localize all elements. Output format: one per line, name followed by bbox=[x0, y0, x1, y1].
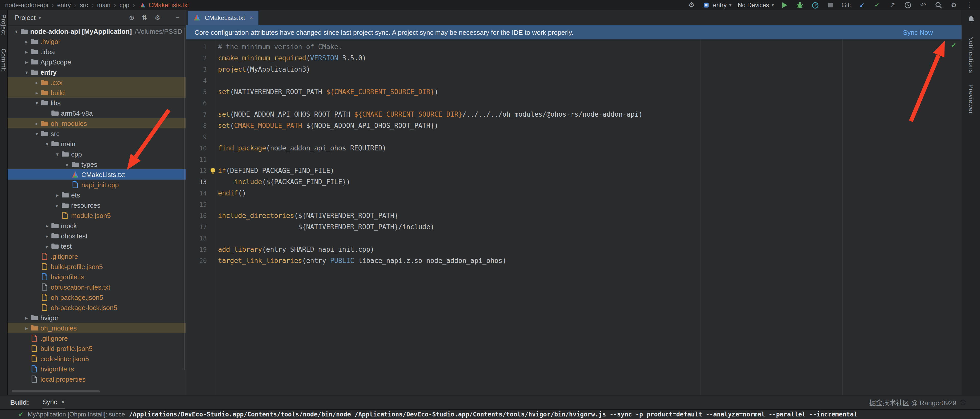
code-editor[interactable]: 1# the minimum version of CMake.2cmake_m… bbox=[186, 40, 962, 395]
breadcrumb-item-src[interactable]: src bbox=[80, 1, 88, 8]
tree-item-obfuscation-rules-txt[interactable]: obfuscation-rules.txt bbox=[8, 282, 186, 292]
code-line-5[interactable]: 5set(NATIVERENDER_ROOT_PATH ${CMAKE_CURR… bbox=[186, 86, 962, 98]
tree-item-build-profile-json5[interactable]: build-profile.json5 bbox=[8, 343, 186, 354]
chevron-down-icon[interactable]: ▾ bbox=[33, 131, 40, 136]
tree-item-oh-package-json5[interactable]: oh-package.json5 bbox=[8, 292, 186, 302]
tree-item-napi-init-cpp[interactable]: napi_init.cpp bbox=[8, 179, 186, 190]
code-line-11[interactable]: 11 bbox=[186, 154, 962, 165]
breadcrumb-item-main[interactable]: main bbox=[97, 1, 111, 8]
tree-item-oh-modules[interactable]: ▸oh_modules bbox=[8, 118, 186, 129]
code-line-17[interactable]: 17 ${NATIVERENDER_ROOT_PATH}/include) bbox=[186, 222, 962, 233]
tree-item-ohostest[interactable]: ▸ohosTest bbox=[8, 231, 186, 241]
editor-tab-cmakelists[interactable]: CMakeLists.txt × bbox=[188, 11, 258, 25]
tree-item-oh-modules[interactable]: ▸oh_modules bbox=[8, 323, 186, 333]
code-line-7[interactable]: 7set(NODE_ADDON_API_OHOS_ROOT_PATH ${CMA… bbox=[186, 109, 962, 120]
code-line-6[interactable]: 6 bbox=[186, 98, 962, 109]
tool-window-project[interactable]: Project bbox=[0, 14, 7, 35]
tree-item-hvigorfile-ts[interactable]: hvigorfile.ts bbox=[8, 364, 186, 374]
device-select[interactable]: No Devices▾ bbox=[738, 1, 774, 8]
intention-bulb-icon[interactable] bbox=[209, 167, 217, 175]
tree-item-gitignore[interactable]: .gitignore bbox=[8, 251, 186, 262]
inspections-ok-icon[interactable]: ✓ bbox=[951, 41, 956, 49]
debug-button[interactable] bbox=[795, 0, 805, 10]
chevron-right-icon[interactable]: ▸ bbox=[23, 59, 30, 65]
chevron-right-icon[interactable]: ▸ bbox=[33, 121, 40, 126]
sync-settings-icon[interactable]: ⚙ bbox=[687, 0, 696, 10]
tool-window-notifications-bell[interactable] bbox=[967, 15, 975, 25]
tree-item-hvigor[interactable]: ▸.hvigor bbox=[8, 37, 186, 46]
code-line-3[interactable]: 3project(MyApplication3) bbox=[186, 64, 962, 75]
chevron-right-icon[interactable]: ▸ bbox=[23, 49, 30, 54]
tree-horizontal-scrollbar[interactable] bbox=[12, 390, 100, 392]
tree-item-mock[interactable]: ▸mock bbox=[8, 221, 186, 231]
code-line-14[interactable]: 14endif() bbox=[186, 188, 962, 199]
tree-item-main[interactable]: ▾main bbox=[8, 139, 186, 149]
code-line-18[interactable]: 18 bbox=[186, 233, 962, 244]
code-line-15[interactable]: 15 bbox=[186, 199, 962, 210]
tool-window-commit[interactable]: Commit bbox=[0, 49, 7, 71]
chevron-right-icon[interactable]: ▸ bbox=[43, 223, 51, 229]
tree-item-node-addon-api-myapplication[interactable]: ▾node-addon-api [MyApplication]/Volumes/… bbox=[8, 26, 186, 37]
close-tab-icon[interactable]: × bbox=[250, 14, 253, 22]
chevron-right-icon[interactable]: ▸ bbox=[33, 90, 40, 95]
chevron-right-icon[interactable]: ▸ bbox=[23, 39, 30, 44]
tree-item-test[interactable]: ▸test bbox=[8, 241, 186, 251]
code-line-20[interactable]: 20target_link_libraries(entry PUBLIC lib… bbox=[186, 255, 962, 267]
git-update-button[interactable]: ↙ bbox=[857, 0, 866, 10]
project-view-dropdown[interactable]: Project ▾ bbox=[15, 14, 41, 22]
tree-item-appscope[interactable]: ▸AppScope bbox=[8, 57, 186, 67]
code-line-2[interactable]: 2cmake_minimum_required(VERSION 3.5.0) bbox=[186, 53, 962, 64]
chevron-right-icon[interactable]: ▸ bbox=[33, 79, 40, 85]
chevron-right-icon[interactable]: ▸ bbox=[54, 202, 61, 208]
stop-button[interactable] bbox=[826, 0, 835, 10]
breadcrumb-item-node-addon-api[interactable]: node-addon-api bbox=[5, 1, 48, 8]
panel-options-button[interactable]: ⚙ bbox=[154, 14, 161, 22]
status-task-text[interactable]: MyApplication [Ohpm Install]: succe bbox=[28, 411, 125, 418]
git-push-button[interactable]: ↗ bbox=[888, 0, 897, 10]
breadcrumb-item-entry[interactable]: entry bbox=[57, 1, 71, 8]
code-line-19[interactable]: 19add_library(entry SHARED napi_init.cpp… bbox=[186, 244, 962, 255]
tree-item-hvigorfile-ts[interactable]: hvigorfile.ts bbox=[8, 271, 186, 282]
code-line-9[interactable]: 9 bbox=[186, 132, 962, 143]
breadcrumb[interactable]: node-addon-api›entry›src›main›cpp›CMakeL… bbox=[0, 1, 687, 9]
breadcrumb-item-cpp[interactable]: cpp bbox=[119, 1, 129, 8]
tree-item-idea[interactable]: ▸.idea bbox=[8, 46, 186, 57]
run-button[interactable] bbox=[780, 0, 789, 10]
tree-vertical-scrollbar[interactable] bbox=[184, 28, 185, 370]
tool-window-previewer[interactable]: Previewer bbox=[967, 84, 975, 114]
tree-item-src[interactable]: ▾src bbox=[8, 129, 186, 139]
code-line-8[interactable]: 8set(CMAKE_MODULE_PATH ${NODE_ADDON_API_… bbox=[186, 120, 962, 132]
chevron-down-icon[interactable]: ▾ bbox=[54, 151, 61, 157]
tree-item-ets[interactable]: ▸ets bbox=[8, 190, 186, 200]
more-button[interactable]: ⋮ bbox=[965, 0, 974, 10]
tree-item-arm64-v8a[interactable]: arm64-v8a bbox=[8, 108, 186, 118]
tree-item-types[interactable]: ▸types bbox=[8, 159, 186, 169]
code-line-10[interactable]: 10find_package(node_addon_api_ohos REQUI… bbox=[186, 143, 962, 154]
chevron-right-icon[interactable]: ▸ bbox=[43, 243, 51, 249]
tree-item-oh-package-lock-json5[interactable]: oh-package-lock.json5 bbox=[8, 302, 186, 313]
chevron-right-icon[interactable]: ▸ bbox=[64, 162, 71, 167]
tree-item-cmakelists-txt[interactable]: CMakeLists.txt bbox=[8, 169, 186, 179]
sync-now-link[interactable]: Sync Now bbox=[903, 29, 933, 36]
chevron-right-icon[interactable]: ▸ bbox=[23, 315, 30, 321]
hide-panel-button[interactable]: − bbox=[176, 14, 180, 22]
tree-item-build-profile-json5[interactable]: build-profile.json5 bbox=[8, 262, 186, 271]
git-commit-button[interactable]: ✓ bbox=[873, 0, 882, 10]
search-everywhere-button[interactable] bbox=[934, 0, 943, 10]
chevron-down-icon[interactable]: ▾ bbox=[13, 29, 20, 34]
chevron-down-icon[interactable]: ▾ bbox=[43, 141, 51, 146]
chevron-down-icon[interactable]: ▾ bbox=[23, 69, 30, 75]
code-line-13[interactable]: 13 include(${PACKAGE_FIND_FILE}) bbox=[186, 176, 962, 188]
breadcrumb-item-cmakelists-txt[interactable]: CMakeLists.txt bbox=[138, 1, 189, 9]
tree-item-gitignore[interactable]: .gitignore bbox=[8, 333, 186, 343]
tree-item-hvigor[interactable]: ▸hvigor bbox=[8, 313, 186, 323]
locate-file-button[interactable]: ⊕ bbox=[129, 14, 135, 22]
run-config-select[interactable]: entry▾ bbox=[702, 1, 731, 9]
ide-settings-button[interactable]: ⚙ bbox=[949, 0, 959, 10]
history-button[interactable] bbox=[903, 0, 912, 10]
tree-item-resources[interactable]: ▸resources bbox=[8, 200, 186, 210]
chevron-right-icon[interactable]: ▸ bbox=[54, 192, 61, 198]
expand-collapse-button[interactable]: ⇅ bbox=[142, 14, 147, 22]
chevron-right-icon[interactable]: ▸ bbox=[43, 233, 51, 239]
tree-item-build[interactable]: ▸build bbox=[8, 87, 186, 98]
